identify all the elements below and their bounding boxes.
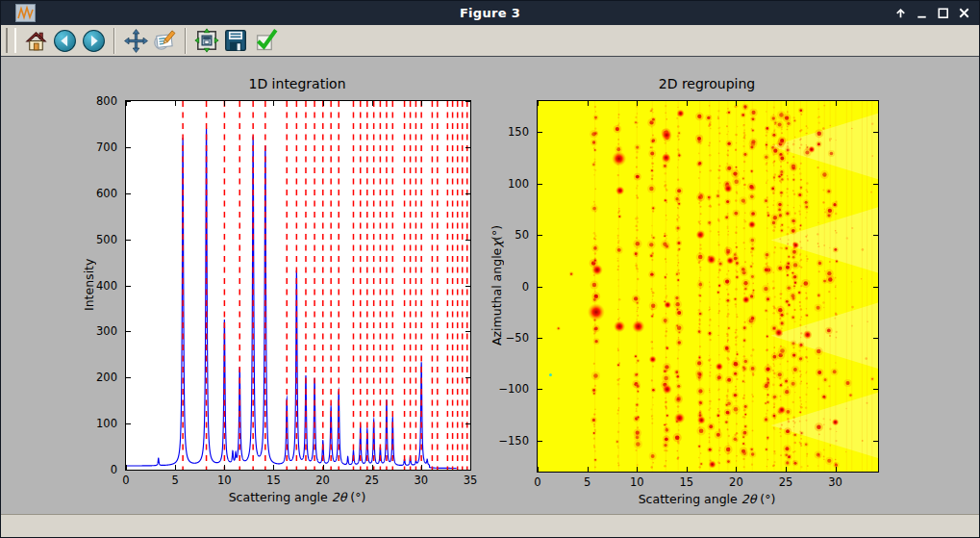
tick-label-y: 50 [515, 228, 529, 242]
tick-label-y: 150 [508, 125, 529, 139]
green-check-icon [252, 28, 278, 54]
tick-label-x: 30 [828, 475, 842, 489]
toolbar [1, 25, 979, 57]
home-icon [24, 29, 48, 53]
plot-title-1d: 1D integration [248, 76, 345, 91]
x-axis-label-2theta: Scattering angle 2θ (°) [639, 492, 776, 506]
tick-label-y: 700 [96, 141, 117, 154]
configure-subplots-button[interactable] [193, 27, 220, 54]
tick-label-y: −50 [506, 331, 529, 345]
tick-label-x: 0 [122, 474, 129, 487]
maximize-icon[interactable] [936, 6, 950, 20]
forward-arrow-icon [82, 29, 106, 53]
tick-label-y: 400 [96, 279, 117, 293]
figure-window: Figure 3 [0, 0, 980, 538]
plot-canvas-2d[interactable] [537, 100, 879, 473]
tick-label-y: 600 [96, 187, 117, 200]
tick-label-y: 300 [96, 324, 117, 338]
tick-label-x: 10 [217, 474, 232, 487]
tick-label-y: 100 [96, 417, 117, 430]
forward-button[interactable] [80, 27, 107, 54]
tick-label-y: 800 [96, 94, 117, 108]
plot-canvas-1d[interactable] [125, 100, 471, 471]
pan-move-icon [124, 29, 148, 53]
tick-label-x: 20 [315, 474, 330, 487]
x-axis-label-2theta: Scattering angle 2θ (°) [229, 490, 366, 504]
y-axis-label-azimuthal: Azimuthal angle χ (°) [489, 100, 505, 471]
minimize-icon[interactable] [915, 6, 929, 20]
shade-window-icon[interactable] [893, 6, 908, 20]
toolbar-grip-handle[interactable] [6, 28, 16, 53]
subplots-resize-icon [194, 28, 219, 53]
back-arrow-icon [53, 29, 77, 53]
tick-label-y: 200 [96, 371, 117, 384]
tick-label-x: 5 [584, 475, 591, 489]
tick-label-y: 0 [111, 463, 117, 476]
tick-label-x: 0 [534, 475, 540, 489]
toolbar-separator [185, 28, 187, 54]
floppy-disk-icon [223, 28, 248, 53]
status-bar [1, 514, 979, 538]
tick-label-x: 15 [266, 474, 281, 487]
axes-2d-regrouping: 2D regrouping Azimuthal angle χ (°) Scat… [537, 100, 877, 471]
tick-label-y: −100 [498, 382, 529, 396]
validate-button[interactable] [251, 27, 278, 54]
tick-label-x: 10 [630, 475, 644, 489]
home-button[interactable] [22, 27, 49, 54]
tick-label-y: 100 [508, 177, 529, 191]
tick-label-x: 15 [679, 475, 693, 489]
figure-canvas-area: 1D integration Intensity Scattering angl… [1, 57, 979, 514]
note-pencil-icon [152, 28, 177, 53]
titlebar[interactable]: Figure 3 [1, 1, 979, 25]
save-button[interactable] [222, 27, 249, 54]
edit-parameters-button[interactable] [151, 27, 178, 54]
tick-label-y: 500 [96, 233, 117, 246]
pan-button[interactable] [122, 27, 149, 54]
window-title: Figure 3 [1, 6, 979, 20]
tick-label-y: 0 [522, 280, 529, 294]
back-button[interactable] [51, 27, 78, 54]
plot-title-2d: 2D regrouping [659, 76, 756, 91]
tick-label-y: −150 [498, 434, 529, 448]
tick-label-x: 25 [364, 474, 379, 487]
tick-label-x: 25 [779, 475, 793, 489]
close-icon[interactable] [957, 6, 971, 20]
tick-label-x: 35 [464, 474, 478, 487]
tick-label-x: 20 [729, 475, 743, 489]
tick-label-x: 30 [415, 474, 429, 487]
y-axis-label-intensity: Intensity [81, 100, 97, 469]
toolbar-separator [113, 28, 115, 54]
tick-label-x: 5 [171, 474, 178, 487]
axes-1d-integration: 1D integration Intensity Scattering angl… [125, 100, 469, 469]
window-controls [893, 1, 971, 25]
